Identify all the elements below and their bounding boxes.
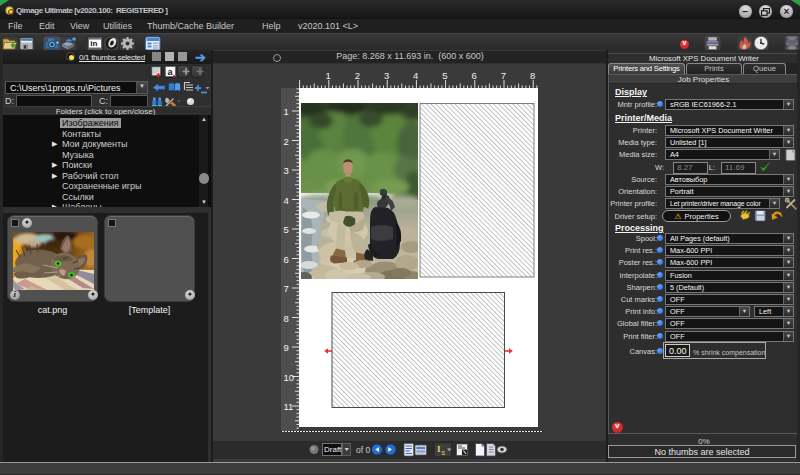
- svg-text:of 0: of 0: [356, 445, 370, 455]
- svg-text:in: in: [90, 39, 97, 48]
- svg-text:Draft: Draft: [324, 445, 342, 454]
- svg-text:I: I: [437, 444, 441, 454]
- svg-text:s: s: [442, 449, 446, 456]
